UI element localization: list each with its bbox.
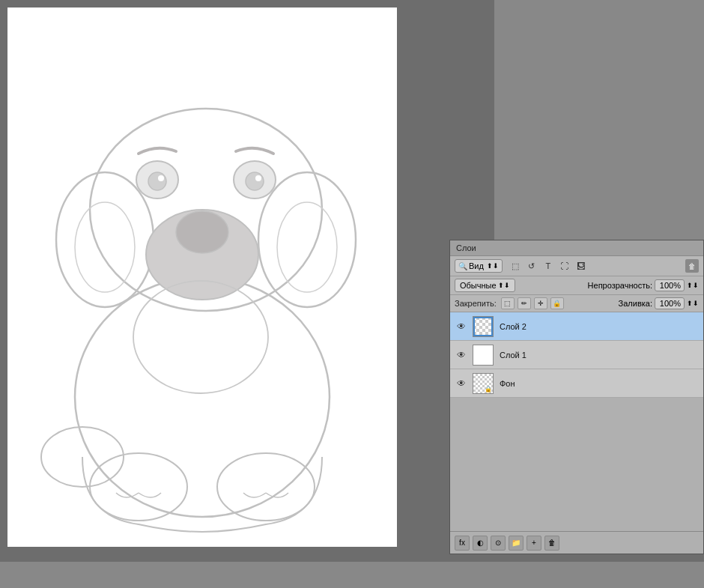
layer-name-fon: Фон (500, 379, 515, 388)
panel-title: Слои (456, 243, 476, 252)
opacity-control: Непрозрачность: 100% ⬆⬇ (588, 279, 699, 291)
new-layer-icon[interactable]: ⬚ (509, 259, 522, 273)
layer-name-layer1: Слой 1 (500, 351, 527, 360)
add-group-icon[interactable]: 📁 (509, 536, 524, 551)
blend-opacity-row: Обычные ⬆⬇ Непрозрачность: 100% ⬆⬇ (450, 276, 703, 295)
lock-icons: ⬚ ✏ ✛ 🔒 (501, 297, 564, 309)
svg-point-10 (158, 175, 164, 181)
svg-point-2 (56, 172, 154, 307)
fill-control: Заливка: 100% ⬆⬇ (619, 297, 699, 309)
circle-icon[interactable]: ↺ (525, 259, 538, 273)
visibility-icon-layer2[interactable]: 👁 (455, 320, 468, 333)
bottom-bar (0, 562, 704, 588)
toolbar-icons: ⬚ ↺ T ⛶ ⛾ (509, 259, 588, 273)
svg-point-3 (258, 172, 356, 307)
canvas-document (7, 7, 397, 547)
folder-icon[interactable]: ⛾ (574, 259, 588, 273)
svg-point-9 (246, 172, 264, 190)
svg-point-7 (148, 172, 166, 190)
opacity-label: Непрозрачность: (588, 281, 652, 290)
lock-move-icon[interactable]: ✛ (534, 297, 547, 309)
layers-toolbar: 🔍 Вид ⬆⬇ ⬚ ↺ T ⛶ ⛾ 🗑 (450, 256, 703, 276)
panel-footer: fx ◐ ⊙ 📁 + 🗑 (450, 531, 703, 554)
panel-header: Слои (450, 240, 703, 256)
blend-mode-label: Обычные (460, 281, 497, 290)
layers-panel: Слои 🔍 Вид ⬆⬇ ⬚ ↺ T ⛶ ⛾ 🗑 Обычные ⬆⬇ Неп… (449, 240, 704, 554)
fill-label: Заливка: (619, 299, 652, 308)
opacity-input[interactable]: 100% (655, 279, 685, 291)
thumbnail-layer1 (473, 345, 494, 366)
lock-label: Закрепить: (455, 299, 497, 308)
link-icon[interactable]: ⛶ (558, 259, 571, 273)
add-layer-icon[interactable]: + (527, 536, 541, 551)
delete-layer-icon[interactable]: 🗑 (685, 259, 699, 273)
add-mask-icon[interactable]: ⊙ (491, 536, 506, 551)
fx-icon[interactable]: fx (455, 536, 470, 551)
view-label: Вид (469, 261, 484, 270)
svg-point-0 (75, 277, 330, 517)
fill-input[interactable]: 100% (655, 297, 685, 309)
svg-point-16 (75, 202, 135, 292)
delete-icon[interactable]: 🗑 (544, 536, 559, 551)
layer-row-layer1[interactable]: 👁 Слой 1 (450, 341, 703, 369)
add-style-icon[interactable]: ◐ (473, 536, 488, 551)
lock-position-icon[interactable]: ✏ (518, 297, 531, 309)
blend-mode-dropdown[interactable]: Обычные ⬆⬇ (455, 279, 515, 292)
text-icon[interactable]: T (541, 259, 555, 273)
lock-badge-fon: 🔒 (485, 386, 492, 392)
svg-point-17 (277, 202, 337, 292)
lock-pixels-icon[interactable]: ⬚ (501, 297, 515, 309)
visibility-icon-fon[interactable]: 👁 (455, 377, 468, 390)
svg-point-11 (255, 175, 261, 181)
svg-point-14 (217, 453, 315, 521)
thumbnail-layer2 (473, 316, 494, 337)
thumbnail-fon: 🔒 (473, 373, 494, 394)
canvas-area (0, 0, 494, 562)
visibility-icon-layer1[interactable]: 👁 (455, 348, 468, 362)
layer-row-layer2[interactable]: 👁 Слой 2 (450, 312, 703, 341)
lock-fill-row: Закрепить: ⬚ ✏ ✛ 🔒 Заливка: 100% ⬆⬇ (450, 295, 703, 312)
right-top-area (494, 0, 704, 240)
layer-row-fon[interactable]: 👁 🔒 Фон (450, 369, 703, 398)
view-dropdown[interactable]: 🔍 Вид ⬆⬇ (455, 259, 503, 273)
svg-point-5 (176, 211, 228, 253)
svg-point-13 (90, 453, 187, 521)
lock-all-icon[interactable]: 🔒 (550, 297, 564, 309)
layer-name-layer2: Слой 2 (500, 322, 527, 331)
